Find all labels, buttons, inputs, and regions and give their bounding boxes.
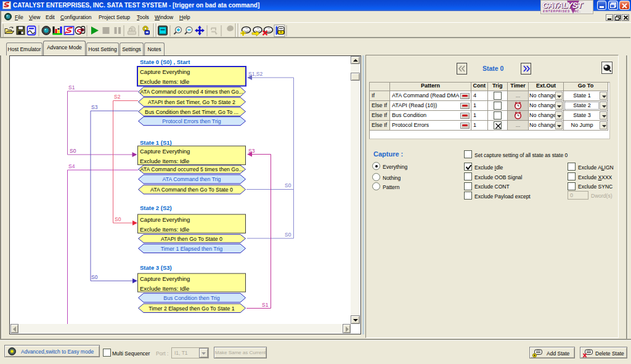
svg-text:Bus Condition then Trig: Bus Condition then Trig	[163, 295, 220, 301]
svg-text:S0: S0	[285, 182, 291, 188]
svg-text:Capture Everything: Capture Everything	[140, 216, 190, 223]
svg-text:Timer 1 Elapsed then Trig: Timer 1 Elapsed then Trig	[161, 246, 223, 252]
svg-text:S1: S1	[262, 302, 269, 308]
svg-text:ATA Command then Trig: ATA Command then Trig	[162, 176, 221, 182]
svg-text:ATAPI then Go To State 0: ATAPI then Go To State 0	[161, 236, 222, 242]
svg-text:S1: S1	[68, 84, 75, 91]
svg-text:ATA Command then Go To State 0: ATA Command then Go To State 0	[150, 187, 233, 193]
svg-text:S0: S0	[70, 148, 76, 154]
svg-text:Capture Everything: Capture Everything	[140, 275, 190, 282]
svg-text:ATA Command occurred 5 times t: ATA Command occurred 5 times then Go...	[140, 166, 243, 172]
svg-text:S0: S0	[115, 216, 121, 222]
svg-text:S3: S3	[248, 148, 255, 154]
svg-text:State 1 (S1): State 1 (S1)	[140, 139, 172, 146]
svg-text:State 2 (S2): State 2 (S2)	[140, 204, 172, 211]
svg-text:S4: S4	[68, 163, 75, 169]
svg-text:Exclude Items: Idle: Exclude Items: Idle	[140, 158, 189, 164]
svg-text:Exclude Items: Idle: Exclude Items: Idle	[140, 78, 189, 85]
svg-text:Protocol Errors then Trig: Protocol Errors then Trig	[162, 118, 221, 124]
svg-text:S0: S0	[91, 274, 98, 280]
svg-text:Capture Everything: Capture Everything	[140, 148, 190, 155]
svg-text:State 3 (S3): State 3 (S3)	[140, 264, 172, 271]
svg-text:Exclude Items: Idle: Exclude Items: Idle	[140, 226, 189, 233]
svg-text:S2: S2	[114, 94, 121, 100]
svg-text:Exclude Items: Idle: Exclude Items: Idle	[140, 285, 189, 292]
svg-text:S3: S3	[91, 104, 98, 110]
svg-text:S0: S0	[285, 232, 291, 238]
svg-text:Bus Condition then Set Timer,: Bus Condition then Set Timer, Go To ...	[145, 109, 238, 115]
svg-text:State 0 (S0) , Start: State 0 (S0) , Start	[140, 59, 190, 65]
svg-text:Timer 2 Elapsed then Go To Sta: Timer 2 Elapsed then Go To State 1	[149, 305, 234, 312]
svg-text:Capture Everything: Capture Everything	[140, 68, 190, 75]
svg-text:ATA Command occurred 4 times t: ATA Command occurred 4 times then Go...	[140, 89, 243, 95]
svg-text:S1,S2: S1,S2	[248, 71, 263, 77]
svg-text:ATAPI then Set Timer, Go To St: ATAPI then Set Timer, Go To State 2	[148, 99, 235, 105]
